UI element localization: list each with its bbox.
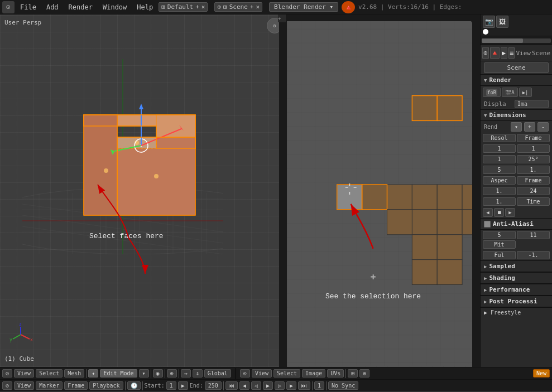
rp-top-scroll[interactable]: [481, 36, 552, 45]
svg-line-1: [22, 204, 223, 232]
rp-tab-icon3[interactable]: ▶: [501, 47, 507, 59]
rp-icon-camera[interactable]: 📷: [483, 16, 495, 28]
rp-postprocess-section[interactable]: ▶ Post Processi: [481, 296, 552, 307]
sb-nav-start[interactable]: ⏮: [225, 381, 238, 390]
rp-antialias-checkbox[interactable]: [484, 221, 491, 228]
sb-nav-next[interactable]: ▷: [275, 381, 285, 390]
menu-window[interactable]: Window: [98, 2, 131, 12]
viewport-resize-corner-tr[interactable]: +: [278, 14, 286, 22]
sb-transform-icons[interactable]: ↔: [181, 369, 191, 378]
rp-val-1f[interactable]: 1.: [483, 197, 516, 206]
svg-line-31: [114, 146, 141, 151]
sb-nav-end[interactable]: ⏭: [298, 381, 310, 390]
sb-arrow-r[interactable]: ▶: [178, 381, 188, 390]
sb-uv-uvs[interactable]: UVs: [327, 369, 344, 378]
rp-icon-render[interactable]: 🖼: [496, 16, 508, 28]
sb-clock-icon[interactable]: 🕐: [127, 381, 141, 390]
sb-tl-frame[interactable]: Frame: [64, 381, 88, 390]
rp-render-btn-for[interactable]: foR: [483, 88, 501, 97]
app-icon[interactable]: ⊙: [2, 1, 15, 13]
sb-nav-prev[interactable]: ◁: [251, 381, 261, 390]
rp-val-1e[interactable]: 1.: [483, 187, 516, 195]
sb-uv-plus-icon[interactable]: ⊕: [359, 369, 369, 378]
rp-sampled-section[interactable]: ▶ Sampled: [481, 260, 552, 272]
sb-select-1[interactable]: Select: [36, 369, 63, 378]
layout-selector[interactable]: ⊞ Default + ×: [159, 2, 208, 12]
svg-marker-35: [84, 115, 117, 215]
rp-tab-icon4[interactable]: ≡: [508, 47, 515, 59]
engine-selector[interactable]: Blender Render ▾: [269, 2, 338, 12]
sb-uv-image[interactable]: Image: [302, 369, 325, 378]
rp-freestyle-section[interactable]: ▶ Freestyle: [481, 307, 552, 317]
sb-transform-icons2[interactable]: ↕: [193, 369, 203, 378]
rp-antialias-section[interactable]: Anti-Aliasi: [481, 218, 552, 230]
sb-snap-icon[interactable]: ⊕: [167, 369, 177, 378]
sb-start-val[interactable]: 1: [166, 381, 176, 390]
rp-rend-minus[interactable]: -: [537, 122, 549, 132]
menu-help[interactable]: Help: [132, 2, 157, 12]
sb-view-1[interactable]: View: [14, 369, 34, 378]
rp-val-11[interactable]: 11: [517, 231, 550, 239]
sb-tl-playback[interactable]: Playback: [89, 381, 123, 390]
rp-performance-section[interactable]: ▶ Performance: [481, 284, 552, 296]
scene-selector[interactable]: ⊕ ⊞ Scene + ×: [214, 2, 262, 12]
rp-tab-icon1[interactable]: ⊙: [482, 47, 489, 59]
rp-dimensions-section[interactable]: ▼ Dimensions: [481, 109, 552, 121]
panel-uv[interactable]: ✛ See the selection here +: [287, 14, 479, 367]
sb-tl-icon[interactable]: ⊙: [2, 381, 12, 390]
rp-render-section[interactable]: ▼ Render: [481, 74, 552, 86]
sb-current-frame[interactable]: 1: [314, 381, 324, 390]
sb-mode-arrow[interactable]: ▾: [139, 369, 149, 378]
rp-val-1d[interactable]: 1.: [517, 166, 550, 174]
sb-end-val[interactable]: 250: [205, 381, 222, 390]
rp-val-1a[interactable]: 1: [483, 144, 516, 153]
sb-edit-mode[interactable]: Edit Mode: [100, 369, 137, 378]
sb-start-label: Start:: [145, 383, 165, 389]
sb-uv-view[interactable]: View: [252, 369, 272, 378]
rp-val-1c[interactable]: 1: [483, 155, 516, 163]
rp-val-24[interactable]: 24: [517, 187, 550, 195]
sb-global[interactable]: Global: [204, 369, 231, 378]
rp-val-1f[interactable]: -1.: [517, 251, 550, 259]
sb-nav-prev-key[interactable]: ◀: [239, 381, 249, 390]
sb-pivot-icon[interactable]: ◉: [153, 369, 163, 378]
sb-nav-play[interactable]: ▶: [263, 381, 273, 390]
rp-mit-val[interactable]: Mit: [483, 240, 516, 249]
menu-add[interactable]: Add: [42, 2, 63, 12]
rp-play-btn1[interactable]: ◀: [483, 208, 493, 217]
rp-val-1b[interactable]: 1: [517, 144, 550, 153]
sb-tl-marker[interactable]: Marker: [36, 381, 63, 390]
sb-uv-select[interactable]: Select: [273, 369, 300, 378]
rp-val-5b[interactable]: 5: [483, 231, 516, 239]
rp-val-5[interactable]: 5: [483, 166, 516, 174]
sb-mode-icon[interactable]: ✦: [88, 369, 98, 378]
sb-no-sync[interactable]: No Sync: [328, 381, 358, 390]
sampled-section-arrow: ▶: [484, 264, 487, 269]
sb-uv-new[interactable]: New: [533, 369, 550, 378]
rp-scene-btn[interactable]: Scene: [484, 62, 549, 73]
menu-render[interactable]: Render: [64, 2, 97, 12]
sb-nav-next-key[interactable]: ▶: [286, 381, 296, 390]
menu-file[interactable]: File: [16, 2, 41, 12]
panel-3d-scroll[interactable]: [279, 14, 286, 367]
uv-scrollbar-h[interactable]: [287, 14, 472, 21]
uv-scrollbar[interactable]: [472, 14, 479, 367]
rp-render-btn-play[interactable]: ▶|: [519, 88, 532, 97]
rp-rend-btn[interactable]: ▾: [511, 122, 522, 132]
rp-render-btn-anim[interactable]: 🎬A: [502, 88, 517, 97]
rp-ima-dropdown[interactable]: Ima: [515, 100, 549, 108]
panel-3d[interactable]: User Persp ⊙: [0, 14, 287, 367]
sb-uv-icon2[interactable]: ⊞: [348, 369, 358, 378]
sb-tl-view[interactable]: View: [14, 381, 34, 390]
status-bar-2: ⊙ View Marker Frame Playback 🕐 Start: 1 …: [0, 379, 552, 391]
sb-icon-1[interactable]: ⊙: [2, 369, 12, 378]
rp-rend-plus[interactable]: +: [524, 122, 535, 132]
shading-section-arrow: ▶: [484, 275, 487, 281]
rp-play-btn2[interactable]: ⏹: [494, 208, 504, 217]
rp-shading-section[interactable]: ▶ Shading: [481, 272, 552, 284]
sb-mesh-1[interactable]: Mesh: [64, 369, 84, 378]
sb-uv-icon[interactable]: ⊙: [240, 369, 250, 378]
rp-val-25[interactable]: 25°: [517, 155, 550, 163]
rp-tab-icon2[interactable]: 🔺: [490, 47, 500, 59]
rp-play-btn3[interactable]: ▶: [505, 208, 515, 217]
